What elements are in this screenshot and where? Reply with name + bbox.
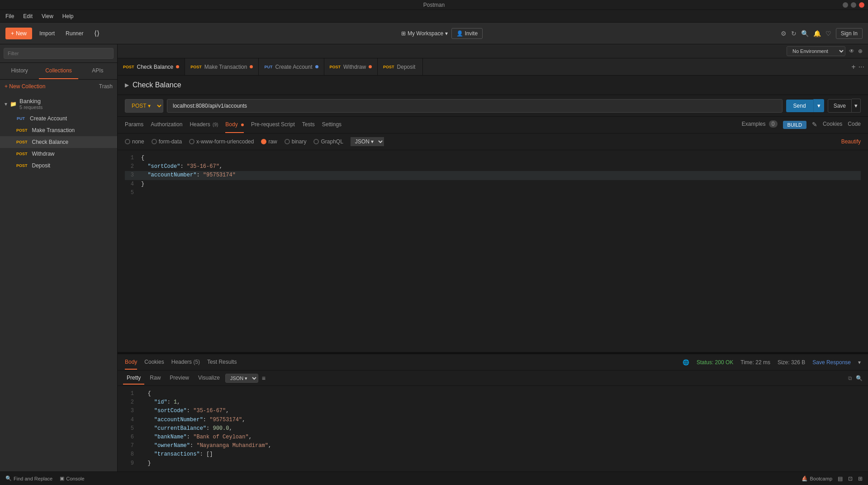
- new-button[interactable]: + New: [5, 28, 32, 39]
- response-header: Body Cookies Headers (5) Test Results 🌐 …: [118, 354, 868, 371]
- tab-create-account[interactable]: PUT Create Account: [259, 58, 324, 75]
- history-button[interactable]: ⟨⟩: [90, 26, 103, 40]
- build-button[interactable]: BUILD: [783, 121, 806, 129]
- tab-withdraw[interactable]: POST Withdraw: [324, 58, 378, 75]
- method-badge-post: POST: [14, 128, 29, 133]
- notification-icon[interactable]: 🔔: [813, 30, 821, 37]
- req-tab-params[interactable]: Params: [125, 117, 143, 133]
- toolbar-center: ⊞ My Workspace ▾ 👤 Invite: [107, 28, 777, 39]
- signin-button[interactable]: Sign In: [836, 28, 863, 39]
- resp-format-preview[interactable]: Preview: [166, 372, 193, 385]
- environment-selector[interactable]: No Environment: [787, 46, 845, 56]
- request-create-account[interactable]: PUT Create Account: [0, 113, 117, 124]
- code-link[interactable]: Code: [848, 121, 861, 129]
- search-response-icon[interactable]: 🔍: [856, 375, 863, 381]
- request-check-balance[interactable]: POST Check Balance: [0, 136, 117, 148]
- response-format-selector[interactable]: JSON ▾: [225, 374, 258, 383]
- method-select[interactable]: POST ▾: [125, 99, 163, 113]
- add-tab-button[interactable]: +: [851, 63, 855, 71]
- search-input[interactable]: [4, 48, 114, 59]
- minimize-btn[interactable]: [843, 2, 848, 8]
- tab-method-label: POST: [330, 65, 341, 69]
- body-option-none[interactable]: none: [125, 138, 144, 145]
- grid-icon: ⊞: [401, 30, 406, 37]
- tab-check-balance[interactable]: POST Check Balance: [118, 58, 185, 75]
- req-tab-authorization[interactable]: Authorization: [151, 117, 182, 133]
- save-dropdown-button[interactable]: ▾: [852, 99, 861, 113]
- eye-icon[interactable]: 👁: [849, 48, 854, 54]
- beautify-link[interactable]: Beautify: [841, 138, 861, 145]
- runner-button[interactable]: Runner: [62, 28, 87, 39]
- collection-header[interactable]: ▾ 📁 Banking 5 requests: [0, 95, 117, 113]
- sync-icon[interactable]: ↻: [791, 30, 797, 37]
- resp-format-raw[interactable]: Raw: [146, 372, 164, 385]
- req-tab-headers[interactable]: Headers (9): [190, 117, 218, 133]
- tab-make-transaction[interactable]: POST Make Transaction: [185, 58, 259, 75]
- request-title: Check Balance: [133, 81, 181, 89]
- url-input[interactable]: [167, 99, 783, 113]
- request-body-editor[interactable]: 1 { 2 "sortCode": "35-16-67", 3 "account…: [118, 150, 868, 352]
- tab-deposit[interactable]: POST Deposit: [378, 58, 423, 75]
- req-tab-prerequest[interactable]: Pre-request Script: [251, 117, 295, 133]
- heart-icon[interactable]: ♡: [825, 30, 831, 37]
- bootcamp-button[interactable]: ⛵ Bootcamp: [802, 475, 832, 481]
- req-tab-tests[interactable]: Tests: [302, 117, 315, 133]
- req-tab-settings[interactable]: Settings: [322, 117, 342, 133]
- env-settings-icon[interactable]: ⊕: [858, 48, 863, 54]
- invite-button[interactable]: 👤 Invite: [451, 28, 483, 39]
- import-button[interactable]: Import: [36, 28, 58, 39]
- new-collection-button[interactable]: + New Collection: [5, 83, 45, 90]
- request-deposit[interactable]: POST Deposit: [0, 160, 117, 171]
- format-icon[interactable]: ≡: [262, 375, 266, 382]
- resp-tab-headers[interactable]: Headers (5): [171, 355, 200, 370]
- terminal-icon: ▣: [60, 475, 64, 481]
- more-tabs-button[interactable]: ···: [859, 63, 864, 71]
- resp-format-pretty[interactable]: Pretty: [123, 372, 144, 385]
- menu-view[interactable]: View: [40, 12, 55, 20]
- maximize-btn[interactable]: [851, 2, 856, 8]
- resp-tab-body[interactable]: Body: [125, 355, 137, 370]
- sidebar-tab-history[interactable]: History: [0, 63, 39, 79]
- save-response-btn[interactable]: Save Response: [812, 359, 851, 366]
- body-option-raw[interactable]: raw: [261, 138, 277, 145]
- close-btn[interactable]: [859, 2, 864, 8]
- trash-button[interactable]: Trash: [99, 83, 113, 90]
- body-option-formdata[interactable]: form-data: [152, 138, 182, 145]
- copy-icon[interactable]: ⧉: [848, 375, 852, 381]
- edit-icon[interactable]: ✎: [812, 121, 817, 129]
- layout-icon-3[interactable]: ⊞: [858, 475, 863, 482]
- settings-icon[interactable]: ⚙: [781, 30, 787, 37]
- save-button[interactable]: Save: [828, 99, 852, 113]
- collection-info: Banking 5 requests: [19, 98, 43, 110]
- find-replace-button[interactable]: 🔍 Find and Replace: [5, 475, 52, 481]
- layout-icon-1[interactable]: ▤: [838, 475, 843, 482]
- method-badge-put: PUT: [14, 116, 27, 121]
- sidebar-tab-apis[interactable]: APIs: [78, 63, 117, 79]
- search-icon[interactable]: 🔍: [801, 30, 809, 37]
- sidebar-tab-collections[interactable]: Collections: [39, 63, 78, 79]
- menu-edit[interactable]: Edit: [21, 12, 34, 20]
- resp-format-visualize[interactable]: Visualize: [194, 372, 223, 385]
- menu-help[interactable]: Help: [61, 12, 76, 20]
- console-button[interactable]: ▣ Console: [60, 475, 84, 481]
- req-tab-body[interactable]: Body: [225, 117, 244, 133]
- resp-tab-cookies[interactable]: Cookies: [144, 355, 164, 370]
- request-withdraw[interactable]: POST Withdraw: [0, 148, 117, 160]
- body-format-selector[interactable]: JSON ▾: [351, 137, 384, 146]
- response-time: Time: 22 ms: [740, 359, 770, 366]
- cookies-link[interactable]: Cookies: [823, 121, 842, 129]
- body-option-binary[interactable]: binary: [285, 138, 307, 145]
- save-response-dropdown[interactable]: ▾: [858, 359, 861, 366]
- send-button[interactable]: Send: [786, 100, 813, 112]
- resp-tab-test-results[interactable]: Test Results: [207, 355, 237, 370]
- workspace-button[interactable]: ⊞ My Workspace ▾: [401, 30, 448, 37]
- body-option-urlencoded[interactable]: x-www-form-urlencoded: [189, 138, 254, 145]
- request-make-transaction[interactable]: POST Make Transaction: [0, 124, 117, 136]
- layout-icon-2[interactable]: ⊡: [848, 475, 853, 482]
- radio-raw: [261, 139, 266, 144]
- collection-count: 5 requests: [19, 105, 43, 110]
- request-name: Create Account: [30, 115, 67, 122]
- menu-file[interactable]: File: [4, 12, 16, 20]
- body-option-graphql[interactable]: GraphQL: [313, 138, 343, 145]
- send-dropdown-button[interactable]: ▾: [813, 99, 824, 112]
